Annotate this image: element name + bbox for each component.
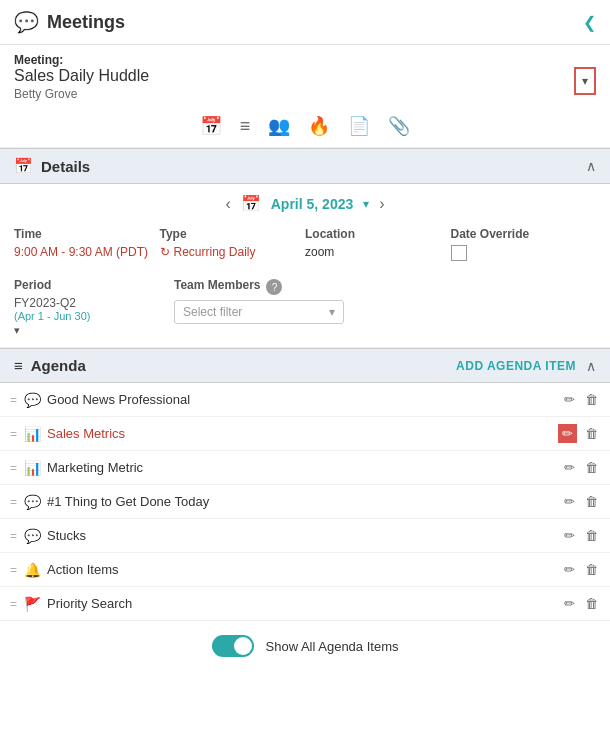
edit-button[interactable]: ✏	[562, 390, 577, 409]
toolbar-people-icon[interactable]: 👥	[268, 115, 290, 137]
agenda-section-right: ADD AGENDA ITEM ∧	[456, 358, 596, 374]
add-agenda-item-button[interactable]: ADD AGENDA ITEM	[456, 359, 576, 373]
toolbar-paperclip-icon[interactable]: 📎	[388, 115, 410, 137]
agenda-actions: ✏ 🗑	[562, 526, 600, 545]
delete-button[interactable]: 🗑	[583, 526, 600, 545]
drag-handle[interactable]: =	[10, 563, 17, 577]
delete-button[interactable]: 🗑	[583, 390, 600, 409]
delete-button[interactable]: 🗑	[583, 594, 600, 613]
drag-handle[interactable]: =	[10, 529, 17, 543]
toolbar: 📅 ≡ 👥 🔥 📄 📎	[0, 105, 610, 148]
toolbar-fire-icon[interactable]: 🔥	[308, 115, 330, 137]
agenda-item: = 💬 #1 Thing to Get Done Today ✏ 🗑	[0, 485, 610, 519]
type-label: Type	[160, 227, 306, 241]
meeting-title-row: Sales Daily Huddle Betty Grove ▾	[14, 67, 596, 101]
location-col: Location zoom	[305, 227, 451, 259]
agenda-item: = 🚩 Priority Search ✏ 🗑	[0, 587, 610, 620]
agenda-list-icon: ≡	[14, 357, 23, 374]
toolbar-document-icon[interactable]: 📄	[348, 115, 370, 137]
agenda-actions: ✏ 🗑	[562, 492, 600, 511]
delete-button[interactable]: 🗑	[583, 458, 600, 477]
date-next-arrow[interactable]: ›	[379, 195, 384, 213]
header-chevron-icon[interactable]: ❮	[583, 13, 596, 32]
agenda-actions: ✏ 🗑	[562, 458, 600, 477]
date-nav: ‹ 📅 April 5, 2023 ▾ ›	[14, 194, 596, 213]
drag-handle[interactable]: =	[10, 495, 17, 509]
agenda-item-text: Good News Professional	[47, 392, 556, 407]
header: 💬 Meetings ❮	[0, 0, 610, 45]
edit-button[interactable]: ✏	[562, 526, 577, 545]
agenda-item-text: Sales Metrics	[47, 426, 552, 441]
agenda-item-text: #1 Thing to Get Done Today	[47, 494, 556, 509]
toggle-thumb	[234, 637, 252, 655]
date-prev-arrow[interactable]: ‹	[225, 195, 230, 213]
fields-row: Time 9:00 AM - 9:30 AM (PDT) Type ↻ Recu…	[14, 227, 596, 264]
delete-button[interactable]: 🗑	[583, 424, 600, 443]
filter-select[interactable]: Select filter ▾	[174, 300, 344, 324]
agenda-collapse-icon[interactable]: ∧	[586, 358, 596, 374]
meeting-person: Betty Grove	[14, 87, 149, 101]
recurring-icon: ↻	[160, 245, 170, 259]
meeting-label: Meeting:	[14, 53, 596, 67]
toolbar-list-icon[interactable]: ≡	[240, 116, 251, 137]
agenda-item-icon: 💬	[23, 392, 41, 408]
date-dropdown-arrow[interactable]: ▾	[363, 197, 369, 211]
agenda-actions: ✏ 🗑	[558, 424, 600, 443]
time-col: Time 9:00 AM - 9:30 AM (PDT)	[14, 227, 160, 259]
details-calendar-icon: 📅	[14, 157, 33, 175]
delete-button[interactable]: 🗑	[583, 560, 600, 579]
time-label: Time	[14, 227, 160, 241]
team-label-row: Team Members ?	[174, 278, 596, 296]
type-value: ↻ Recurring Daily	[160, 245, 306, 259]
type-col: Type ↻ Recurring Daily	[160, 227, 306, 259]
team-members-label: Team Members	[174, 278, 260, 292]
details-collapse-icon[interactable]: ∧	[586, 158, 596, 174]
details-panel: ‹ 📅 April 5, 2023 ▾ › Time 9:00 AM - 9:3…	[0, 184, 610, 348]
edit-button[interactable]: ✏	[558, 424, 577, 443]
date-display[interactable]: April 5, 2023	[271, 196, 354, 212]
agenda-item: = 📊 Sales Metrics ✏ 🗑	[0, 417, 610, 451]
toolbar-calendar-icon[interactable]: 📅	[200, 115, 222, 137]
edit-button[interactable]: ✏	[562, 492, 577, 511]
meetings-icon: 💬	[14, 10, 39, 34]
period-dropdown-arrow[interactable]: ▾	[14, 324, 20, 337]
agenda-item-icon: 📊	[23, 460, 41, 476]
agenda-item-text: Action Items	[47, 562, 556, 577]
agenda-section-left: ≡ Agenda	[14, 357, 86, 374]
recurring-label: Recurring Daily	[174, 245, 256, 259]
date-override-checkbox[interactable]	[451, 245, 467, 261]
help-icon[interactable]: ?	[266, 279, 282, 295]
filter-placeholder: Select filter	[183, 305, 242, 319]
edit-button[interactable]: ✏	[562, 560, 577, 579]
agenda-item-text: Stucks	[47, 528, 556, 543]
period-sub: (Apr 1 - Jun 30)	[14, 310, 154, 322]
agenda-item: = 💬 Stucks ✏ 🗑	[0, 519, 610, 553]
agenda-section-header: ≡ Agenda ADD AGENDA ITEM ∧	[0, 348, 610, 383]
agenda-item-text: Priority Search	[47, 596, 556, 611]
date-override-col: Date Override	[451, 227, 597, 264]
agenda-item-icon: 🔔	[23, 562, 41, 578]
delete-button[interactable]: 🗑	[583, 492, 600, 511]
drag-handle[interactable]: =	[10, 597, 17, 611]
agenda-actions: ✏ 🗑	[562, 390, 600, 409]
period-select[interactable]: ▾	[14, 324, 154, 337]
period-col: Period FY2023-Q2 (Apr 1 - Jun 30) ▾	[14, 278, 154, 337]
edit-button[interactable]: ✏	[562, 594, 577, 613]
details-section-header: 📅 Details ∧	[0, 148, 610, 184]
location-value: zoom	[305, 245, 451, 259]
agenda-item: = 📊 Marketing Metric ✏ 🗑	[0, 451, 610, 485]
agenda-list: = 💬 Good News Professional ✏ 🗑 = 📊 Sales…	[0, 383, 610, 621]
drag-handle[interactable]: =	[10, 393, 17, 407]
meeting-dropdown-button[interactable]: ▾	[574, 67, 596, 95]
header-left: 💬 Meetings	[14, 10, 125, 34]
show-all-toggle[interactable]	[212, 635, 254, 657]
drag-handle[interactable]: =	[10, 427, 17, 441]
team-col: Team Members ? Select filter ▾	[174, 278, 596, 324]
agenda-item-icon: 💬	[23, 494, 41, 510]
agenda-item-icon: 📊	[23, 426, 41, 442]
meeting-title-block: Sales Daily Huddle Betty Grove	[14, 67, 149, 101]
drag-handle[interactable]: =	[10, 461, 17, 475]
agenda-item: = 🔔 Action Items ✏ 🗑	[0, 553, 610, 587]
filter-dropdown-arrow: ▾	[329, 305, 335, 319]
edit-button[interactable]: ✏	[562, 458, 577, 477]
